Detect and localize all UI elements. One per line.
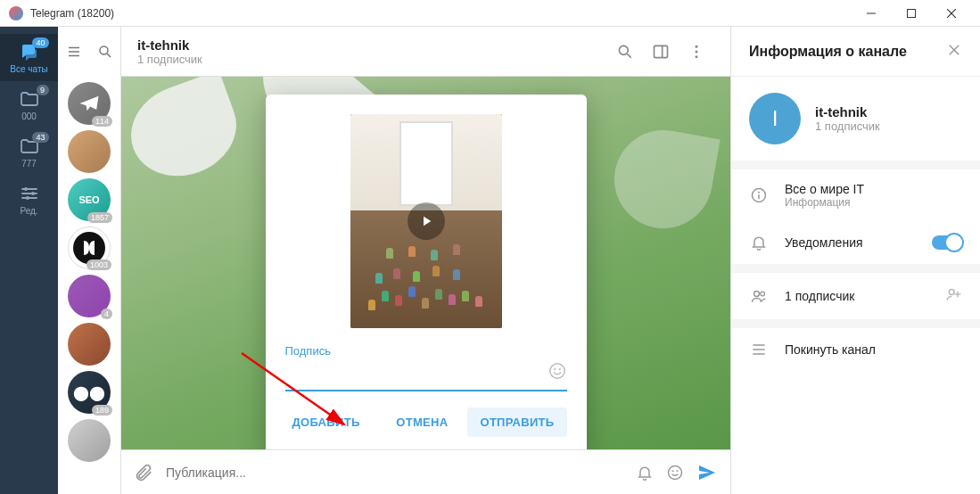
svg-point-23 xyxy=(677,470,679,472)
chat-avatar[interactable] xyxy=(68,130,111,173)
send-button[interactable]: ОТПРАВИТЬ xyxy=(467,408,566,437)
rail-item-all-chats[interactable]: 40 Все чаты xyxy=(0,34,58,81)
close-button[interactable] xyxy=(931,0,971,27)
svg-point-28 xyxy=(758,192,760,193)
message-input[interactable] xyxy=(166,465,623,480)
svg-line-11 xyxy=(628,54,631,57)
caption-label: Подпись xyxy=(285,344,567,358)
divider xyxy=(731,264,980,273)
rail-item-folder-000[interactable]: 9 000 xyxy=(0,81,58,128)
info-row-leave[interactable]: Покинуть канал xyxy=(731,328,980,371)
add-button[interactable]: ДОБАВИТЬ xyxy=(280,408,373,437)
chat-title: it-tehnik xyxy=(137,37,607,53)
sidebar-toggle-button[interactable] xyxy=(643,34,679,70)
leave-icon xyxy=(749,341,769,358)
members-label: 1 подписчик xyxy=(785,289,928,303)
folder-icon: 43 xyxy=(19,136,40,157)
chat-avatar[interactable] xyxy=(68,323,111,366)
caption-input[interactable] xyxy=(285,366,548,380)
message-composer xyxy=(121,449,730,494)
emoji-button[interactable] xyxy=(666,464,684,482)
send-message-button[interactable] xyxy=(696,462,718,483)
about-text: Все о мире IT xyxy=(785,182,962,196)
chat-body: Подпись ДОБАВИТЬ ОТМЕНА ОТПРАВИТЬ xyxy=(121,77,730,449)
play-icon xyxy=(408,202,445,240)
bell-icon xyxy=(749,234,769,251)
search-in-chat-button[interactable] xyxy=(607,34,643,70)
menu-button[interactable] xyxy=(58,44,89,60)
rail-badge: 9 xyxy=(37,85,49,95)
notifications-label: Уведомления xyxy=(785,235,916,250)
channel-subscribers: 1 подписчик xyxy=(815,119,880,133)
info-icon xyxy=(749,186,769,204)
emoji-button[interactable] xyxy=(548,361,567,384)
chat-area: it-tehnik 1 подписчик xyxy=(121,27,730,494)
about-label: Информация xyxy=(785,196,962,209)
chat-header: it-tehnik 1 подписчик xyxy=(121,27,730,77)
search-button[interactable] xyxy=(89,44,120,60)
svg-point-7 xyxy=(100,46,108,54)
svg-point-14 xyxy=(696,45,698,47)
unread-count: 114 xyxy=(92,116,112,127)
folder-icon: 9 xyxy=(19,88,40,110)
info-row-about[interactable]: Все о мире IT Информация xyxy=(731,169,980,221)
chat-subtitle: 1 подписчик xyxy=(137,53,607,66)
rail-badge: 40 xyxy=(32,37,48,48)
rail-label: Все чаты xyxy=(10,64,47,74)
svg-point-21 xyxy=(669,465,682,479)
members-icon xyxy=(749,287,769,305)
more-menu-button[interactable] xyxy=(679,34,714,70)
info-row-notifications[interactable]: Уведомления xyxy=(731,221,980,264)
maximize-button[interactable] xyxy=(891,0,931,27)
unread-count: 189 xyxy=(92,405,112,416)
unread-count: 1857 xyxy=(87,212,112,223)
divider xyxy=(731,319,980,328)
notifications-toggle[interactable] xyxy=(932,235,962,250)
svg-rect-1 xyxy=(907,9,915,17)
svg-rect-12 xyxy=(655,45,668,57)
chat-avatar[interactable]: SEO1857 xyxy=(68,178,111,221)
chat-avatar[interactable]: 4 xyxy=(68,275,111,317)
rail-badge: 43 xyxy=(32,132,48,143)
channel-info-panel: Информация о канале I it-tehnik 1 подпис… xyxy=(730,27,980,494)
svg-point-17 xyxy=(549,364,564,379)
rail-label: Ред. xyxy=(20,206,37,216)
attach-button[interactable] xyxy=(134,463,153,482)
minimize-button[interactable] xyxy=(851,0,891,27)
send-media-overlay: Подпись ДОБАВИТЬ ОТМЕНА ОТПРАВИТЬ xyxy=(121,77,730,449)
chat-avatar[interactable]: 114 xyxy=(68,82,111,125)
folders-rail: 40 Все чаты 9 000 43 777 Ред. xyxy=(0,27,58,494)
chat-avatar[interactable]: ⬤⬤189 xyxy=(68,371,111,414)
add-member-button[interactable] xyxy=(944,285,962,307)
close-panel-button[interactable] xyxy=(946,42,962,62)
unread-count: 4 xyxy=(101,309,112,319)
rail-label: 777 xyxy=(21,159,37,169)
svg-point-5 xyxy=(31,192,35,195)
video-preview[interactable] xyxy=(350,114,502,328)
svg-point-29 xyxy=(754,292,760,297)
window-title: Telegram (18200) xyxy=(30,7,114,20)
cancel-button[interactable]: ОТМЕНА xyxy=(383,408,460,437)
rail-item-edit[interactable]: Ред. xyxy=(0,176,58,223)
chats-icon: 40 xyxy=(19,41,40,62)
svg-point-4 xyxy=(24,187,28,191)
unread-count: 1003 xyxy=(86,259,111,270)
channel-profile[interactable]: I it-tehnik 1 подписчик xyxy=(731,77,980,161)
svg-point-15 xyxy=(696,50,698,53)
svg-point-16 xyxy=(696,55,698,58)
divider xyxy=(731,161,980,169)
info-row-members[interactable]: 1 подписчик xyxy=(731,273,980,319)
window-titlebar: Telegram (18200) xyxy=(0,0,980,27)
notifications-button[interactable] xyxy=(636,464,654,482)
chat-avatar[interactable]: 1003 xyxy=(68,226,111,269)
svg-point-22 xyxy=(672,470,674,472)
rail-label: 000 xyxy=(21,111,37,121)
chat-list: 114 SEO1857 1003 4 ⬤⬤189 xyxy=(58,77,120,462)
info-header-title: Информация о канале xyxy=(749,44,946,60)
svg-point-19 xyxy=(558,368,560,370)
channel-avatar: I xyxy=(749,93,801,144)
svg-point-30 xyxy=(761,292,765,296)
rail-item-folder-777[interactable]: 43 777 xyxy=(0,128,58,176)
svg-point-10 xyxy=(619,45,628,54)
chat-avatar[interactable] xyxy=(68,419,111,462)
